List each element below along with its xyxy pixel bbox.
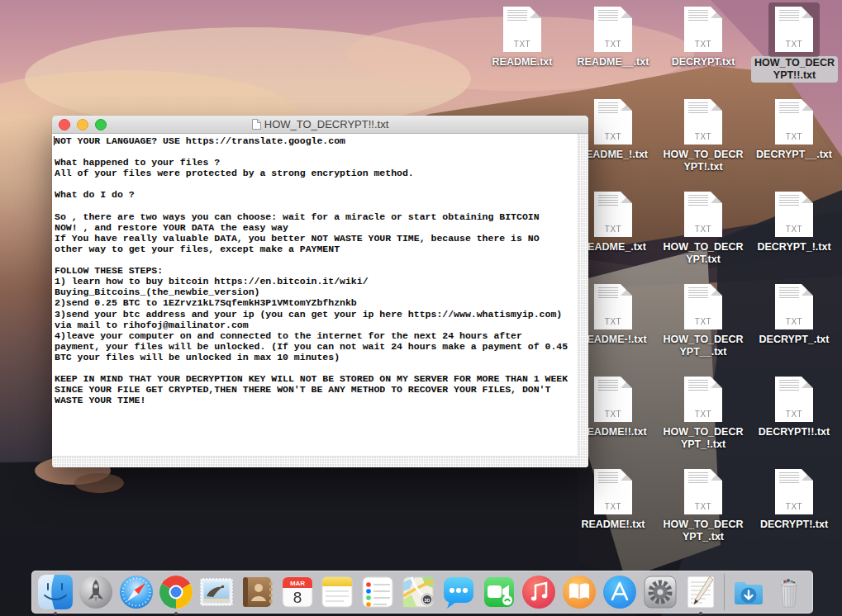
desktop-icon-decrypt-txt[interactable]: TXTDECRYPT!!.txt	[751, 377, 837, 438]
mail-stamp-icon	[198, 574, 235, 610]
txt-badge: TXT	[503, 40, 541, 49]
dock-item-facetime[interactable]	[481, 574, 517, 610]
dock-item-notes[interactable]	[319, 574, 355, 610]
icon-label: HOW_TO_DECRYPT!.txt	[663, 149, 743, 173]
txt-file-icon: TXT	[775, 192, 813, 237]
running-indicator-dot	[699, 612, 702, 615]
dock-item-messages[interactable]	[440, 574, 477, 610]
icon-label: README_.txt	[580, 241, 646, 254]
page-fold	[711, 192, 722, 203]
desktop-icon-decrypt-txt[interactable]: TXTDECRYPT.txt	[660, 7, 746, 69]
desktop-icon-how-to-decrypt-txt[interactable]: TXTHOW_TO_DECRYPT_.txt	[660, 469, 746, 543]
dock-item-chrome[interactable]	[158, 574, 194, 610]
txt-badge: TXT	[775, 502, 813, 511]
page-text-lines	[688, 10, 708, 21]
notes-icon	[319, 574, 355, 610]
desktop-icon-how-to-decrypt-txt[interactable]: TXTHOW_TO_DECRYPT!!.txt	[751, 7, 837, 83]
contacts-book-icon	[239, 574, 275, 610]
dock-item-ibooks[interactable]	[561, 574, 597, 610]
dock-item-system-preferences[interactable]	[642, 574, 678, 610]
text-caret	[54, 136, 55, 145]
page-fold	[711, 377, 722, 388]
desktop-icon-how-to-decrypt-txt[interactable]: TXTHOW_TO_DECRYPT_!.txt	[660, 377, 746, 451]
safari-compass-icon	[118, 574, 155, 610]
page-text-lines	[779, 472, 799, 484]
page-fold	[621, 7, 632, 18]
dock-item-mail[interactable]	[198, 574, 235, 610]
icon-label: README!!.txt	[579, 426, 646, 438]
txt-file-icon: TXT	[684, 469, 722, 514]
txt-badge: TXT	[775, 40, 813, 49]
desktop-icon-decrypt-txt[interactable]: TXTDECRYPT!.txt	[751, 469, 837, 531]
dock-item-trash[interactable]	[771, 574, 807, 610]
txt-badge: TXT	[684, 40, 722, 49]
txt-file-icon: TXT	[684, 99, 722, 145]
vertical-scrollbar[interactable]	[578, 134, 588, 457]
dock-item-app-store[interactable]	[602, 574, 638, 610]
icon-label: README!.txt	[581, 519, 645, 531]
txt-badge: TXT	[684, 317, 722, 326]
dock-item-launchpad[interactable]	[78, 574, 114, 610]
finder-icon	[37, 574, 74, 610]
txt-file-icon: TXT	[775, 377, 813, 422]
dock-item-reminders[interactable]	[359, 574, 396, 610]
page-text-lines	[779, 195, 799, 206]
window-titlebar[interactable]: HOW_TO_DECRYPT!!.txt	[52, 116, 588, 134]
dock-item-downloads[interactable]	[730, 574, 767, 610]
trash-full-icon	[771, 574, 807, 610]
page-fold	[621, 99, 632, 111]
desktop-icon-readme-txt[interactable]: TXTREADME__.txt	[570, 7, 656, 69]
page-fold	[711, 284, 722, 296]
dock-item-maps[interactable]: 3D	[400, 574, 436, 610]
txt-file-icon: TXT	[775, 469, 813, 514]
horizontal-scrollbar[interactable]	[52, 456, 578, 467]
reminders-icon	[359, 574, 396, 610]
dock-item-itunes[interactable]	[521, 574, 557, 610]
chrome-icon	[158, 574, 194, 610]
desktop-icon-decrypt-txt[interactable]: TXTDECRYPT_!.txt	[751, 192, 837, 254]
txt-file-icon: TXT	[594, 377, 632, 422]
page-fold	[711, 7, 722, 18]
page-fold	[621, 377, 632, 388]
maps-3d-badge: 3D	[425, 598, 431, 603]
page-text-lines	[779, 102, 799, 114]
page-fold	[530, 7, 541, 18]
launchpad-rocket-icon	[78, 574, 114, 610]
ibooks-open-book-icon	[561, 574, 597, 610]
desktop-icon-how-to-decrypt-txt[interactable]: TXTHOW_TO_DECRYPT__.txt	[660, 284, 746, 358]
page-fold	[802, 99, 813, 111]
running-indicator-dot	[174, 612, 178, 615]
txt-badge: TXT	[594, 502, 632, 511]
desktop-icon-readme-txt[interactable]: TXTREADME.txt	[479, 7, 565, 69]
dock-item-textedit[interactable]	[683, 574, 719, 610]
downloads-folder-icon	[730, 574, 767, 610]
dock-item-contacts[interactable]	[239, 574, 275, 610]
txt-file-icon: TXT	[594, 192, 632, 237]
dock-item-calendar[interactable]: MAR 8	[279, 574, 316, 610]
page-text-lines	[779, 380, 799, 391]
page-fold	[621, 192, 632, 203]
desktop-icon-how-to-decrypt-txt[interactable]: TXTHOW_TO_DECRYPT.txt	[660, 192, 746, 266]
icon-label: HOW_TO_DECRYPT__.txt	[663, 334, 743, 358]
dock-item-finder[interactable]	[37, 574, 74, 610]
document-text[interactable]: NOT YOUR LANGUAGE? USE https://translate…	[52, 134, 578, 405]
desktop-icon-decrypt-txt[interactable]: TXTDECRYPT_.txt	[751, 284, 837, 346]
icon-label: README.txt	[492, 56, 553, 69]
page-text-lines	[598, 287, 618, 299]
icon-label: DECRYPT!.txt	[760, 519, 828, 531]
desktop-icon-readme-txt[interactable]: TXTREADME!.txt	[570, 469, 656, 531]
txt-badge: TXT	[775, 410, 813, 419]
desktop-icon-decrypt-txt[interactable]: TXTDECRYPT__.txt	[751, 99, 837, 161]
txt-badge: TXT	[594, 225, 632, 234]
document-text-area[interactable]: NOT YOUR LANGUAGE? USE https://translate…	[52, 134, 578, 457]
txt-file-icon: TXT	[594, 469, 632, 514]
icon-label: DECRYPT__.txt	[756, 149, 832, 161]
page-text-lines	[688, 380, 708, 391]
dock-item-safari[interactable]	[118, 574, 155, 610]
page-fold	[711, 469, 722, 481]
txt-file-icon: TXT	[775, 284, 813, 329]
txt-badge: TXT	[684, 132, 722, 141]
page-text-lines	[779, 10, 799, 21]
desktop-icon-how-to-decrypt-txt[interactable]: TXTHOW_TO_DECRYPT!.txt	[660, 99, 746, 173]
txt-badge: TXT	[775, 225, 813, 234]
